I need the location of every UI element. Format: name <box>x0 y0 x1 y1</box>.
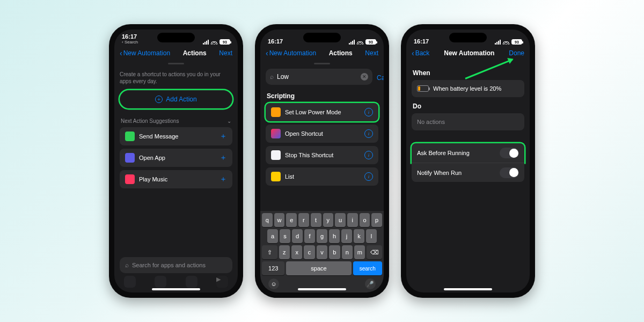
tab-1[interactable] <box>124 276 136 288</box>
tab-2[interactable] <box>155 276 166 288</box>
search-input[interactable] <box>277 73 357 80</box>
row-label: List <box>285 173 360 180</box>
key-f[interactable]: f <box>304 229 315 243</box>
action-row[interactable]: Set Low Power Modei <box>266 103 378 121</box>
mic-key[interactable]: 🎤 <box>365 279 376 289</box>
key-b[interactable]: b <box>329 245 340 259</box>
phone-row: 16:17 ‹ Search 93 ‹New Automation Action… <box>0 0 644 322</box>
space-key[interactable]: space <box>286 261 351 275</box>
key-k[interactable]: k <box>354 229 364 243</box>
when-header: When <box>413 69 523 77</box>
plus-icon[interactable]: ＋ <box>219 153 227 163</box>
row-label: Play Music <box>139 176 215 182</box>
key-l[interactable]: l <box>366 229 377 243</box>
phone-2: 16:17 93 ‹New Automation Actions Next ⌕ <box>255 24 389 298</box>
cellular-icon <box>203 40 209 45</box>
key-v[interactable]: v <box>317 245 327 259</box>
chevron-left-icon: ‹ <box>266 49 268 57</box>
add-action-button[interactable]: ＋ Add Action <box>120 90 232 108</box>
nav-next[interactable]: Next <box>365 49 378 57</box>
cellular-icon <box>495 40 501 45</box>
key-q[interactable]: q <box>262 213 273 227</box>
action-row[interactable]: Listi <box>266 167 378 186</box>
keyboard[interactable]: qwertyuiop asdfghjkl ⇧ zxcvbnm ⌫ 123 spa… <box>260 211 384 292</box>
info-icon[interactable]: i <box>364 129 373 138</box>
toggle-label: Ask Before Running <box>417 150 470 156</box>
key-h[interactable]: h <box>329 229 340 243</box>
action-row[interactable]: Open Shortcuti <box>266 125 378 143</box>
key-o[interactable]: o <box>360 213 370 227</box>
key-y[interactable]: y <box>323 213 334 227</box>
backspace-key[interactable]: ⌫ <box>367 245 382 259</box>
key-g[interactable]: g <box>317 229 327 243</box>
info-icon[interactable]: i <box>364 108 373 116</box>
key-z[interactable]: z <box>279 245 290 259</box>
toggle-row[interactable]: Ask Before Running <box>412 143 524 163</box>
tab-3[interactable] <box>186 276 197 288</box>
key-j[interactable]: j <box>341 229 352 243</box>
suggestion-row[interactable]: Play Music＋ <box>120 170 232 188</box>
status-time: 16:17 <box>122 33 138 40</box>
plus-circle-icon: ＋ <box>155 96 163 103</box>
numbers-key[interactable]: 123 <box>262 261 284 275</box>
key-w[interactable]: w <box>274 213 285 227</box>
nav-next[interactable]: Next <box>219 49 232 57</box>
info-icon[interactable]: i <box>364 151 373 159</box>
do-cell[interactable]: No actions <box>412 113 524 130</box>
key-c[interactable]: c <box>304 245 314 259</box>
cancel-button[interactable]: Cancel <box>377 74 384 82</box>
home-indicator[interactable] <box>152 288 200 290</box>
toggle-switch[interactable] <box>500 167 519 178</box>
row-label: Open Shortcut <box>285 130 360 137</box>
app-icon <box>271 150 281 160</box>
key-m[interactable]: m <box>354 245 365 259</box>
nav-back[interactable]: ‹New Automation <box>266 49 316 57</box>
toggle-switch[interactable] <box>500 148 519 158</box>
clear-icon[interactable]: ✕ <box>361 73 368 80</box>
suggestion-row[interactable]: Send Message＋ <box>120 127 232 145</box>
home-indicator[interactable] <box>444 288 492 290</box>
info-icon[interactable]: i <box>364 172 373 181</box>
key-x[interactable]: x <box>291 245 302 259</box>
app-icon <box>125 131 135 141</box>
when-label: When battery level is 20% <box>433 85 501 92</box>
key-d[interactable]: d <box>292 229 303 243</box>
action-row[interactable]: Stop This Shortcuti <box>266 146 378 164</box>
sheet-handle[interactable] <box>314 63 330 64</box>
nav-back[interactable]: ‹Back <box>412 49 429 57</box>
key-t[interactable]: t <box>311 213 321 227</box>
plus-icon[interactable]: ＋ <box>219 174 227 184</box>
key-e[interactable]: e <box>286 213 297 227</box>
search-icon: ⌕ <box>270 73 274 80</box>
toggle-row[interactable]: Notify When Run <box>412 163 524 182</box>
key-s[interactable]: s <box>280 229 290 243</box>
chevron-down-icon[interactable]: ⌄ <box>227 118 231 124</box>
sheet-handle[interactable] <box>168 63 184 64</box>
nav-back[interactable]: ‹New Automation <box>120 49 170 57</box>
do-header: Do <box>413 103 523 110</box>
search-key[interactable]: search <box>353 261 383 275</box>
search-field[interactable]: ⌕ ✕ <box>266 69 372 85</box>
key-p[interactable]: p <box>371 213 382 227</box>
emoji-key[interactable]: ☺ <box>268 279 279 289</box>
key-n[interactable]: n <box>342 245 353 259</box>
shift-key[interactable]: ⇧ <box>262 245 277 259</box>
row-label: Open App <box>139 155 215 161</box>
add-action-label: Add Action <box>166 96 196 103</box>
dynamic-island <box>157 33 195 42</box>
key-u[interactable]: u <box>335 213 346 227</box>
key-a[interactable]: a <box>267 229 278 243</box>
home-indicator[interactable] <box>298 288 346 290</box>
wifi-icon <box>503 40 509 45</box>
when-cell[interactable]: When battery level is 20% <box>412 80 524 97</box>
tab-4[interactable]: ▶ <box>216 276 228 288</box>
nav-bar: ‹New Automation Actions Next <box>114 46 238 61</box>
wifi-icon <box>211 40 217 45</box>
plus-icon[interactable]: ＋ <box>219 131 227 141</box>
nav-bar: ‹New Automation Actions Next <box>260 46 384 61</box>
key-r[interactable]: r <box>298 213 309 227</box>
status-mini-back[interactable]: ‹ Search <box>122 40 138 45</box>
suggestion-row[interactable]: Open App＋ <box>120 149 232 167</box>
key-i[interactable]: i <box>347 213 358 227</box>
search-field[interactable]: ⌕ Search for apps and actions <box>120 257 232 273</box>
